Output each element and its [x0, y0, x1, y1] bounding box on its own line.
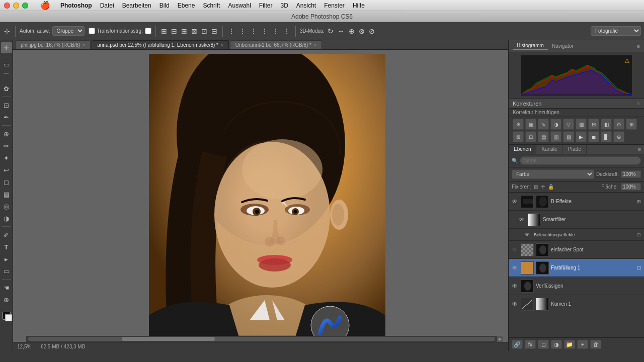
maximize-button[interactable]: [22, 3, 28, 9]
blur-tool[interactable]: ◎: [1, 201, 12, 212]
invert-icon[interactable]: ⊡: [525, 131, 536, 142]
layer-item-kurven[interactable]: 👁 Kurven 1: [509, 295, 644, 313]
layer-item-farbfuellung[interactable]: 👁 Farbfüllung 1 ⊡: [509, 259, 644, 277]
posterize-icon[interactable]: ▤: [538, 131, 549, 142]
clone-stamp-tool[interactable]: ✦: [1, 152, 12, 163]
distribute-6-icon[interactable]: ⋮: [282, 26, 291, 36]
menu-datei[interactable]: Datei: [100, 2, 114, 9]
layer-item-spot[interactable]: 👁 einfacher Spot: [509, 241, 644, 259]
brush-tool[interactable]: ✏: [1, 140, 12, 151]
layers-options-icon[interactable]: ≡: [635, 145, 644, 154]
layer-item-b-effekte[interactable]: 👁 B-Effekte ⊞: [509, 193, 644, 211]
align-bottom-icon[interactable]: ⊟: [210, 26, 218, 36]
hsl-icon[interactable]: ▨: [576, 119, 587, 130]
layer-visibility-kurven[interactable]: 👁: [512, 301, 519, 308]
tab-close-anna[interactable]: ×: [220, 42, 223, 48]
quick-select-tool[interactable]: ✿: [1, 83, 12, 94]
align-right-icon[interactable]: ⊞: [180, 26, 188, 36]
layer-visibility-verfluessigen[interactable]: 👁: [512, 283, 519, 290]
distribute-2-icon[interactable]: ⋮: [238, 26, 247, 36]
navigator-tab[interactable]: Navigator: [548, 42, 578, 50]
healing-brush-tool[interactable]: ⊕: [1, 128, 12, 139]
3d-rotate-icon[interactable]: ↻: [327, 26, 335, 36]
solid-color-icon[interactable]: ◼: [588, 131, 599, 142]
dodge-tool[interactable]: ◑: [1, 213, 12, 224]
menu-bild[interactable]: Bild: [159, 2, 170, 9]
threshold-icon[interactable]: ▥: [550, 131, 561, 142]
auto-select-checkbox[interactable]: [89, 28, 95, 34]
scroll-right-button[interactable]: ▶: [497, 336, 503, 342]
layer-visibility-smartfilter[interactable]: 👁: [519, 216, 526, 223]
align-center-h-icon[interactable]: ⊟: [170, 26, 178, 36]
channels-tab[interactable]: Kanäle: [536, 145, 562, 154]
canvas-container[interactable]: video2brain.de ↖: [13, 50, 508, 342]
layer-group-button[interactable]: 📁: [564, 340, 575, 349]
color-lookup-icon[interactable]: ⊠: [513, 131, 524, 142]
marquee-tool[interactable]: ▭: [1, 59, 12, 70]
tab-anna[interactable]: anna.psd bei 12,5% (Farbfüllung 1, Ebene…: [92, 40, 229, 49]
photo-filter-icon[interactable]: ⊙: [613, 119, 624, 130]
menu-filter[interactable]: Filter: [259, 2, 273, 9]
opacity-input[interactable]: [621, 170, 641, 178]
fill-input[interactable]: [621, 183, 641, 191]
selective-color-icon[interactable]: ▧: [563, 131, 574, 142]
layer-mask-button[interactable]: ◻: [538, 340, 549, 349]
curves-icon[interactable]: ∿: [538, 119, 549, 130]
layer-item-verfluessigen[interactable]: 👁 Verflüssigen: [509, 277, 644, 295]
transform-checkbox[interactable]: [145, 28, 151, 34]
hand-tool[interactable]: ☚: [1, 282, 12, 293]
distribute-1-icon[interactable]: ⋮: [227, 26, 236, 36]
zoom-tool[interactable]: ⊕: [1, 294, 12, 305]
bw-icon[interactable]: ◧: [601, 119, 612, 130]
distribute-3-icon[interactable]: ⋮: [249, 26, 258, 36]
histogram-tab[interactable]: Histogramm: [513, 42, 548, 50]
minimize-button[interactable]: [13, 3, 19, 9]
lasso-tool[interactable]: ⌒: [1, 71, 12, 82]
layer-delete-button[interactable]: 🗑: [590, 340, 601, 349]
menu-fenster[interactable]: Fenster: [324, 2, 345, 9]
foreground-color[interactable]: [3, 312, 11, 320]
tab-close-unbenannt[interactable]: ×: [313, 42, 316, 48]
color-balance-icon[interactable]: ⊟: [588, 119, 599, 130]
menu-hilfe[interactable]: Hilfe: [353, 2, 365, 9]
vibrance-icon[interactable]: ▽: [563, 119, 574, 130]
move-tool[interactable]: ✛: [1, 42, 12, 53]
distribute-4-icon[interactable]: ⋮: [260, 26, 269, 36]
menu-ansicht[interactable]: Ansicht: [296, 2, 316, 9]
tab-unbenannt[interactable]: Unbenannt-1 bei 66,7% (RGB/8) *×: [230, 40, 322, 49]
crop-tool[interactable]: ⊡: [1, 100, 12, 111]
gradient-fill-icon[interactable]: ▊: [601, 131, 612, 142]
distribute-5-icon[interactable]: ⋮: [271, 26, 280, 36]
layer-new-button[interactable]: +: [577, 340, 588, 349]
layer-visibility-farbfuellung[interactable]: 👁: [512, 264, 519, 272]
histogram-warning-icon[interactable]: ⚠: [624, 57, 630, 64]
tab-close-phil[interactable]: ×: [82, 42, 85, 48]
eyedropper-tool[interactable]: ✒: [1, 112, 12, 123]
layer-effects-icon[interactable]: ⊟: [637, 232, 641, 237]
align-center-v-icon[interactable]: ⊡: [200, 26, 208, 36]
layer-visibility-spot[interactable]: 👁: [512, 246, 519, 253]
pattern-fill-icon[interactable]: ⊛: [613, 131, 624, 142]
menu-bearbeiten[interactable]: Bearbeiten: [122, 2, 151, 9]
menu-3d[interactable]: 3D: [280, 2, 288, 9]
channel-mixer-icon[interactable]: ⊞: [626, 119, 637, 130]
layer-link-button[interactable]: 🔗: [512, 340, 523, 349]
pen-tool[interactable]: ✐: [1, 229, 12, 240]
gradient-tool[interactable]: ▤: [1, 189, 12, 200]
exposure-icon[interactable]: ◑: [550, 119, 561, 130]
type-tool[interactable]: T: [1, 241, 12, 252]
shape-tool[interactable]: ▭: [1, 265, 12, 277]
levels-icon[interactable]: ▦: [525, 119, 536, 130]
workspace-dropdown[interactable]: Fotografie: [591, 26, 641, 36]
gradient-map-icon[interactable]: ▶: [576, 131, 587, 142]
align-top-icon[interactable]: ⊠: [190, 26, 198, 36]
layer-adjustment-button[interactable]: ◑: [551, 340, 562, 349]
lock-position-icon[interactable]: ✛: [541, 184, 545, 190]
corrections-options-icon[interactable]: ≡: [637, 101, 640, 107]
layer-visibility-beleuchtung[interactable]: 👁: [525, 232, 532, 237]
horizontal-scrollbar[interactable]: ▶: [26, 336, 503, 342]
align-left-icon[interactable]: ⊞: [160, 26, 168, 36]
eraser-tool[interactable]: ◻: [1, 176, 12, 188]
3d-orbit-icon[interactable]: ⊗: [358, 26, 366, 36]
close-button[interactable]: [4, 3, 10, 9]
